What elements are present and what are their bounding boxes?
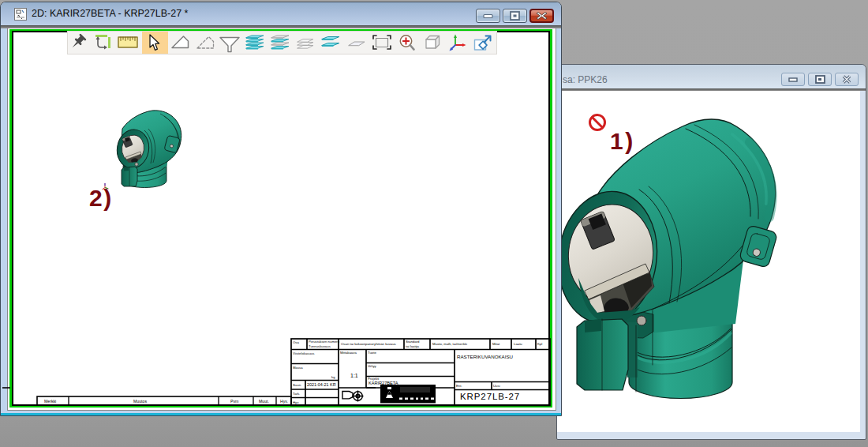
svg-text:Uusi: Uusi	[493, 384, 500, 388]
svg-text:Muutos: Muutos	[133, 399, 147, 404]
svg-text:KRP27LB-27: KRP27LB-27	[460, 392, 520, 401]
svg-text:1): 1)	[610, 128, 635, 154]
svg-text:Mittakaava: Mittakaava	[340, 351, 357, 355]
svg-text:Tunnuskuvaus: Tunnuskuvaus	[309, 344, 331, 348]
svg-text:Massa: Massa	[293, 366, 303, 370]
svg-text:Osan tai kokoonpanoryhmän kuva: Osan tai kokoonpanoryhmän kuvaus	[341, 342, 396, 346]
svg-text:1:1: 1:1	[350, 373, 358, 378]
svg-text:Standard: Standard	[406, 340, 420, 344]
svg-text:Muoto, malli, tai/merkki: Muoto, malli, tai/merkki	[432, 342, 467, 346]
svg-text:2): 2)	[89, 185, 113, 211]
svg-text:Piirustuksen numero: Piirustuksen numero	[309, 340, 340, 344]
svg-text:Pvm: Pvm	[230, 399, 238, 404]
svg-text:2021-04-21 KR: 2021-04-21 KR	[307, 382, 336, 387]
svg-text:RASTERIKUVANOKAISU: RASTERIKUVANOKAISU	[457, 354, 513, 359]
svg-text:Merkki: Merkki	[44, 399, 56, 404]
svg-text:Suun.: Suun.	[293, 383, 301, 387]
svg-text:Laatu: Laatu	[514, 342, 522, 346]
svg-text:Muut.: Muut.	[259, 399, 269, 404]
svg-text:Tuote: Tuote	[368, 351, 376, 355]
svg-text:Hyv.: Hyv.	[293, 400, 299, 404]
svg-text:Ent.: Ent.	[456, 384, 462, 388]
svg-text:Osa: Osa	[293, 340, 299, 344]
svg-text:Kpl: Kpl	[537, 342, 542, 346]
svg-text:Ui/tyy: Ui/tyy	[368, 364, 377, 368]
svg-text:Hyv.: Hyv.	[280, 399, 288, 404]
svg-text:Tark.: Tark.	[293, 392, 300, 396]
svg-text:Mitat: Mitat	[492, 342, 500, 346]
svg-text:tai laatija: tai laatija	[406, 344, 420, 348]
svg-text:Viistelokasuus: Viistelokasuus	[293, 351, 314, 355]
svg-text:KARIR27BETA: KARIR27BETA	[369, 381, 398, 385]
svg-text:kg: kg	[331, 375, 335, 379]
